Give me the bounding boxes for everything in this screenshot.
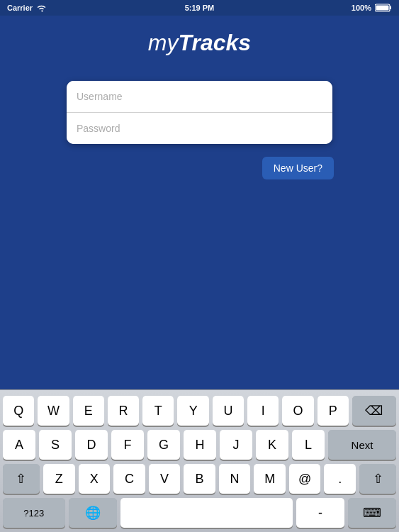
key-a[interactable]: A <box>3 430 35 460</box>
key-r[interactable]: R <box>108 396 139 426</box>
spacebar[interactable] <box>120 498 293 528</box>
main-content: myTracks New User? <box>0 16 399 389</box>
key-p[interactable]: P <box>317 396 349 426</box>
key-q[interactable]: Q <box>3 396 34 426</box>
key-o[interactable]: O <box>282 396 313 426</box>
shift-right-key[interactable]: ⇧ <box>359 464 396 494</box>
key-d[interactable]: D <box>75 430 108 460</box>
key-c[interactable]: C <box>113 464 145 494</box>
title-my: my <box>148 30 179 55</box>
key-at[interactable]: @ <box>289 464 321 494</box>
key-e[interactable]: E <box>73 396 104 426</box>
key-h[interactable]: H <box>184 430 216 460</box>
key-f[interactable]: F <box>111 430 144 460</box>
key-v[interactable]: V <box>149 464 181 494</box>
battery-percent: 100% <box>352 4 371 12</box>
key-g[interactable]: G <box>147 430 180 460</box>
key-u[interactable]: U <box>213 396 244 426</box>
dash-key[interactable]: - <box>296 498 344 528</box>
keyboard-row-1: Q W E R T Y U I O P ⌫ <box>3 396 396 426</box>
app-title: myTracks <box>148 30 251 56</box>
key-b[interactable]: B <box>184 464 215 494</box>
new-user-button[interactable]: New User? <box>262 157 334 179</box>
key-t[interactable]: T <box>142 396 174 426</box>
key-w[interactable]: W <box>38 396 69 426</box>
password-input[interactable] <box>67 113 332 144</box>
keyboard-row-4: ?123 🌐 - ⌨ <box>3 498 396 528</box>
keyboard-row-3: ⇧ Z X C V B N M @ . ⇧ <box>3 464 396 494</box>
key-n[interactable]: N <box>219 464 251 494</box>
globe-key[interactable]: 🌐 <box>69 498 117 528</box>
status-bar-right: 100% <box>352 4 392 12</box>
shift-left-key[interactable]: ⇧ <box>3 464 40 494</box>
status-bar: Carrier 5:19 PM 100% <box>0 0 399 16</box>
key-i[interactable]: I <box>247 396 279 426</box>
key-k[interactable]: K <box>256 430 288 460</box>
key-y[interactable]: Y <box>177 396 208 426</box>
status-bar-time: 5:19 PM <box>185 4 215 12</box>
key-l[interactable]: L <box>292 430 325 460</box>
key-period[interactable]: . <box>324 464 356 494</box>
delete-key[interactable]: ⌫ <box>352 396 396 426</box>
key-s[interactable]: S <box>39 430 72 460</box>
key-z[interactable]: Z <box>43 464 75 494</box>
carrier-label: Carrier <box>7 4 33 12</box>
username-input[interactable] <box>67 81 332 112</box>
key-m[interactable]: M <box>254 464 286 494</box>
key-x[interactable]: X <box>79 464 111 494</box>
status-bar-left: Carrier <box>7 4 47 12</box>
key-j[interactable]: J <box>220 430 252 460</box>
keyboard-row-2: A S D F G H J K L Next <box>3 430 396 460</box>
title-tracks: Tracks <box>179 30 252 55</box>
keyboard-hide-key[interactable]: ⌨ <box>348 498 396 528</box>
wifi-icon <box>36 4 47 12</box>
svg-rect-2 <box>376 6 389 11</box>
numbers-key[interactable]: ?123 <box>3 498 65 528</box>
keyboard: Q W E R T Y U I O P ⌫ A S D F G H J K L … <box>0 389 399 532</box>
battery-icon <box>375 4 392 12</box>
svg-rect-1 <box>390 6 391 9</box>
login-form <box>67 81 332 144</box>
next-key[interactable]: Next <box>328 430 396 460</box>
